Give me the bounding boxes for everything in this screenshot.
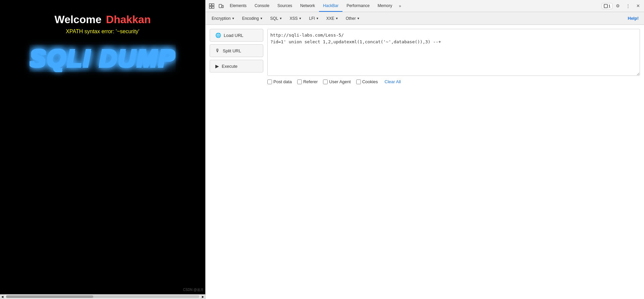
close-devtools-button[interactable]: ✕ <box>633 1 643 11</box>
cookies-label[interactable]: Cookies <box>356 79 378 84</box>
xxe-menu-button[interactable]: XXE ▼ <box>323 15 342 22</box>
svg-rect-0 <box>209 4 211 6</box>
devtools-controls: 1 ⚙ ⋮ ✕ <box>602 1 643 11</box>
devtools-topbar: Elements Console Sources Network HackBar… <box>206 0 644 12</box>
url-textarea[interactable]: http://sqli-labs.com/Less-5/ ?id=1' unio… <box>267 29 640 76</box>
user-agent-checkbox[interactable] <box>323 80 328 84</box>
hackbar-main: 🌐 Load URL 🎙 Split URL ▶ Execute http://… <box>206 25 644 299</box>
tab-sources[interactable]: Sources <box>273 0 296 12</box>
sql-arrow-icon: ▼ <box>279 17 282 20</box>
lfi-arrow-icon: ▼ <box>316 17 319 20</box>
svg-rect-5 <box>222 5 223 8</box>
tab-icon <box>604 4 608 8</box>
hackbar-toolbar: Encryption ▼ Encoding ▼ SQL ▼ XSS ▼ LFI … <box>206 12 644 25</box>
post-data-checkbox[interactable] <box>267 80 272 84</box>
horizontal-scrollbar[interactable]: ◀ ▶ <box>0 294 205 299</box>
user-agent-label[interactable]: User Agent <box>323 79 351 84</box>
tab-performance[interactable]: Performance <box>342 0 374 12</box>
encoding-arrow-icon: ▼ <box>260 17 263 20</box>
encryption-menu-button[interactable]: Encryption ▼ <box>208 15 238 22</box>
welcome-line: Welcome Dhakkan <box>7 13 199 26</box>
referer-checkbox[interactable] <box>297 80 302 84</box>
devtools-tabs: Elements Console Sources Network HackBar… <box>226 0 602 12</box>
tab-more-button[interactable]: » <box>396 0 404 12</box>
welcome-text: Welcome <box>55 13 102 26</box>
svg-rect-1 <box>212 4 214 6</box>
hackbar-action-buttons: 🌐 Load URL 🎙 Split URL ▶ Execute <box>210 29 263 295</box>
settings-button[interactable]: ⚙ <box>613 1 623 11</box>
post-data-label[interactable]: Post data <box>267 79 292 84</box>
encoding-menu-button[interactable]: Encoding ▼ <box>239 15 266 22</box>
split-url-button[interactable]: 🎙 Split URL <box>210 44 263 57</box>
load-url-icon: 🌐 <box>215 33 221 38</box>
other-arrow-icon: ▼ <box>357 17 360 20</box>
tab-console[interactable]: Console <box>251 0 273 12</box>
more-options-button[interactable]: ⋮ <box>623 1 633 11</box>
tab-network[interactable]: Network <box>296 0 319 12</box>
tab-memory[interactable]: Memory <box>374 0 396 12</box>
sqli-dump-logo: SQLI DUMP <box>30 45 176 72</box>
hackbar-content: http://sqli-labs.com/Less-5/ ?id=1' unio… <box>267 29 640 295</box>
split-url-icon: 🎙 <box>215 48 220 53</box>
svg-rect-2 <box>209 6 211 8</box>
webpage-content: Welcome Dhakkan XPATH syntax error: '~se… <box>0 0 205 80</box>
encryption-arrow-icon: ▼ <box>232 17 235 20</box>
scrollbar-track <box>6 295 199 298</box>
hackbar-options: Post data Referer User Agent Cookies Cle… <box>267 79 640 84</box>
devtools-panel: Elements Console Sources Network HackBar… <box>205 0 644 299</box>
svg-rect-6 <box>604 4 607 8</box>
xpath-error: XPATH syntax error: '~security' <box>7 29 199 35</box>
tab-elements[interactable]: Elements <box>226 0 251 12</box>
sql-menu-button[interactable]: SQL ▼ <box>267 15 286 22</box>
clear-all-button[interactable]: Clear All <box>385 79 401 84</box>
xss-arrow-icon: ▼ <box>299 17 302 20</box>
scroll-left-arrow[interactable]: ◀ <box>0 294 5 299</box>
tab-counter[interactable]: 1 <box>602 3 612 9</box>
dhakkan-text: Dhakkan <box>106 13 151 26</box>
referer-label[interactable]: Referer <box>297 79 318 84</box>
xxe-arrow-icon: ▼ <box>335 17 338 20</box>
device-toggle-icon[interactable] <box>216 1 226 11</box>
svg-rect-3 <box>212 6 214 8</box>
scroll-right-arrow[interactable]: ▶ <box>201 294 205 299</box>
scrollbar-thumb[interactable] <box>6 295 93 298</box>
svg-rect-4 <box>219 4 222 8</box>
inspect-icon[interactable] <box>207 1 216 11</box>
csdn-watermark: CSDN @追月 <box>183 288 204 292</box>
cookies-checkbox[interactable] <box>356 80 361 84</box>
other-menu-button[interactable]: Other ▼ <box>342 15 363 22</box>
load-url-button[interactable]: 🌐 Load URL <box>210 29 263 42</box>
xss-menu-button[interactable]: XSS ▼ <box>286 15 305 22</box>
execute-button[interactable]: ▶ Execute <box>210 60 263 72</box>
tab-hackbar[interactable]: HackBar <box>319 0 342 12</box>
lfi-menu-button[interactable]: LFI ▼ <box>306 15 322 22</box>
help-button[interactable]: Help! <box>625 14 642 22</box>
execute-icon: ▶ <box>215 63 219 69</box>
webpage-panel: Welcome Dhakkan XPATH syntax error: '~se… <box>0 0 205 299</box>
